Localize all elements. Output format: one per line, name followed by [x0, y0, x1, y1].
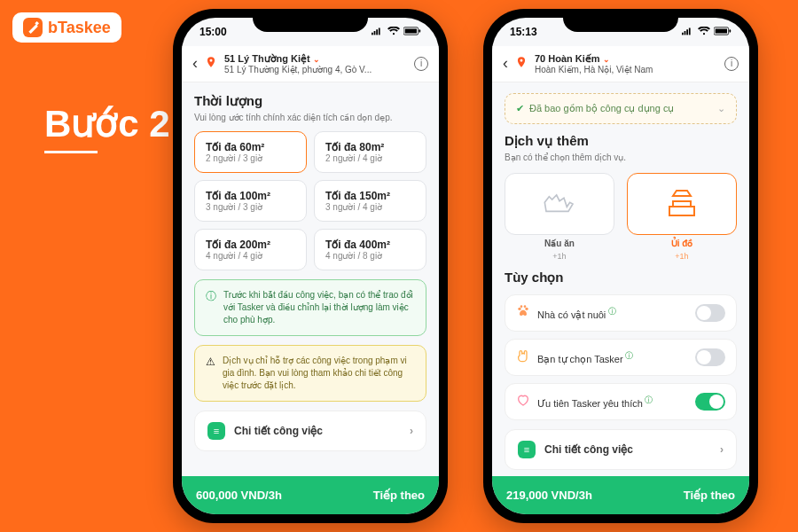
cooking-icon [542, 191, 577, 217]
option-pets[interactable]: Nhà có vật nuôi ⓘ [505, 294, 737, 332]
check-icon: ✔ [516, 103, 524, 114]
help-icon[interactable]: ⓘ [623, 351, 634, 360]
info-icon[interactable]: i [414, 57, 428, 71]
info-banner: ⓘ Trước khi bắt đầu công việc, bạn có th… [194, 279, 426, 336]
toggle-pets[interactable] [695, 304, 725, 322]
warning-banner: ⚠ Dịch vụ chỉ hỗ trợ các công việc trong… [194, 345, 426, 402]
svg-rect-7 [682, 33, 684, 35]
extra-tile-cooking[interactable]: Nấu ăn +1h [505, 173, 614, 261]
svg-point-15 [525, 308, 528, 310]
back-button[interactable]: ‹ [503, 54, 508, 73]
job-detail-row[interactable]: ≡ Chi tiết công việc › [194, 411, 426, 451]
job-detail-row[interactable]: ≡ Chi tiết công việc › [505, 429, 737, 470]
info-icon: ⓘ [206, 289, 216, 304]
chevron-right-icon: › [720, 443, 724, 456]
brand-icon [23, 18, 43, 37]
ironing-icon [664, 189, 700, 219]
svg-rect-9 [686, 29, 688, 35]
duration-option[interactable]: Tối đa 100m² 3 người / 3 giờ [194, 180, 307, 222]
duration-option[interactable]: Tối đa 80m² 2 người / 4 giờ [314, 131, 426, 173]
tools-included-pill[interactable]: ✔Đã bao gồm bộ công cụ dụng cụ ⌄ [505, 93, 737, 124]
svg-rect-8 [685, 31, 686, 35]
back-button[interactable]: ‹ [192, 54, 198, 73]
hand-icon [516, 348, 530, 365]
options-title: Tùy chọn [505, 270, 737, 286]
notch [253, 9, 368, 32]
next-button[interactable]: Tiếp theo [373, 489, 425, 502]
svg-point-17 [524, 306, 527, 309]
duration-option[interactable]: Tối đa 400m² 4 người / 8 giờ [314, 229, 426, 270]
svg-rect-0 [372, 33, 373, 35]
status-time: 15:13 [510, 26, 537, 38]
chevron-down-icon: ⌄ [313, 55, 320, 64]
header: ‹ 70 Hoàn Kiếm ⌄ Hoàn Kiếm, Hà Nội, Việt… [492, 46, 749, 82]
battery-icon [714, 26, 732, 38]
chevron-down-icon: ⌄ [717, 103, 725, 114]
svg-rect-3 [379, 28, 380, 35]
extra-subtitle: Bạn có thể chọn thêm dịch vụ. [505, 153, 737, 162]
signal-icon [372, 26, 384, 38]
duration-option[interactable]: Tối đa 200m² 4 người / 4 giờ [194, 229, 307, 270]
extra-title: Dịch vụ thêm [505, 133, 737, 149]
signal-icon [682, 26, 694, 38]
address-selector[interactable]: 51 Lý Thường Kiệt ⌄ 51 Lý Thường Kiệt, p… [224, 53, 407, 74]
svg-rect-13 [730, 29, 732, 32]
status-time: 15:00 [200, 26, 227, 38]
duration-title: Thời lượng [194, 93, 426, 109]
extra-tile-ironing[interactable]: Ủi đồ +1h [627, 173, 737, 261]
duration-option[interactable]: Tối đa 60m² 2 người / 3 giờ [194, 131, 307, 173]
battery-icon [403, 26, 421, 38]
header: ‹ 51 Lý Thường Kiệt ⌄ 51 Lý Thường Kiệt,… [182, 46, 439, 82]
location-pin-icon [515, 56, 528, 71]
svg-rect-10 [689, 28, 691, 35]
footer-bar[interactable]: 219,000 VND/3h Tiếp theo [492, 476, 749, 514]
price-label: 600,000 VND/3h [196, 489, 282, 502]
brand-name: bTaskee [48, 19, 111, 37]
duration-subtitle: Vui lòng ước tính chính xác diện tích cầ… [194, 113, 426, 122]
option-choose-tasker[interactable]: Bạn tự chọn Tasker ⓘ [505, 339, 737, 376]
phone-left: 15:00 ‹ 51 Lý Thường Kiệt ⌄ 51 Lý Thư [173, 9, 448, 523]
help-icon[interactable]: ⓘ [643, 395, 653, 404]
duration-option[interactable]: Tối đa 150m² 3 người / 4 giờ [314, 180, 426, 222]
step-underline [44, 151, 98, 153]
address-selector[interactable]: 70 Hoàn Kiếm ⌄ Hoàn Kiếm, Hà Nội, Việt N… [535, 53, 717, 74]
wifi-icon [698, 26, 710, 38]
notch [563, 9, 678, 32]
help-icon[interactable]: ⓘ [606, 307, 616, 316]
svg-rect-5 [405, 29, 417, 34]
chevron-right-icon: › [410, 425, 413, 437]
toggle-favorite-tasker[interactable] [695, 393, 725, 411]
price-label: 219,000 VND/3h [506, 489, 592, 502]
footer-bar[interactable]: 600,000 VND/3h Tiếp theo [182, 476, 439, 514]
location-pin-icon [205, 56, 217, 71]
step-title: Bước 2 [44, 102, 170, 145]
brand-logo: bTaskee [12, 12, 121, 43]
svg-rect-12 [716, 29, 727, 34]
svg-point-16 [520, 306, 523, 309]
wifi-icon [387, 26, 400, 38]
phone-right: 15:13 ‹ 70 Hoàn Kiếm ⌄ Hoàn Kiếm, Hà [483, 9, 758, 523]
info-icon[interactable]: i [724, 57, 739, 71]
svg-rect-6 [419, 29, 421, 32]
list-icon: ≡ [518, 441, 536, 458]
chevron-down-icon: ⌄ [603, 55, 610, 64]
svg-rect-1 [374, 31, 376, 35]
next-button[interactable]: Tiếp theo [684, 489, 735, 502]
toggle-choose-tasker[interactable] [695, 348, 725, 366]
heart-icon [516, 393, 530, 410]
svg-point-14 [518, 308, 520, 310]
svg-rect-2 [376, 29, 378, 35]
option-favorite-tasker[interactable]: Ưu tiên Tasker yêu thích ⓘ [505, 383, 737, 420]
warning-icon: ⚠ [206, 355, 215, 370]
duration-options: Tối đa 60m² 2 người / 3 giờ Tối đa 80m² … [194, 131, 426, 270]
list-icon: ≡ [207, 422, 225, 440]
pets-icon [516, 304, 530, 321]
